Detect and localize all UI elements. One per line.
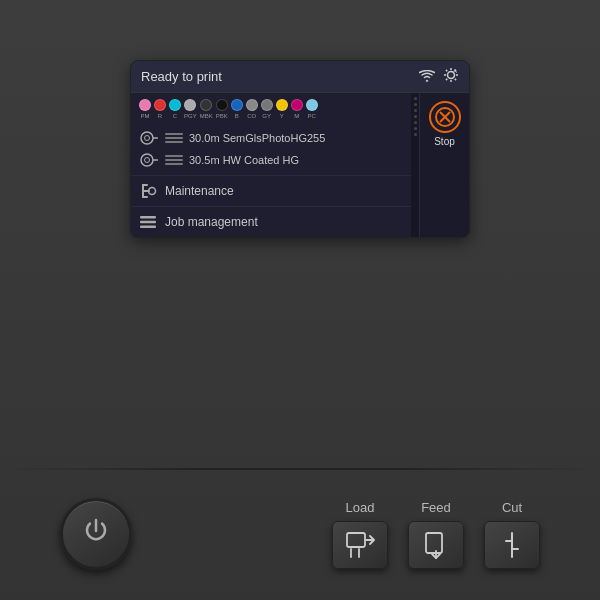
action-buttons: Load Feed [332,500,540,569]
feed-group: Feed [408,500,464,569]
ink-row: PM R C PGY MBK PBK B CO GY Y [131,93,411,123]
wifi-icon [419,69,435,85]
ink-circle [231,99,243,111]
cut-button[interactable] [484,521,540,569]
paper-line [165,159,183,161]
menu-items-container: Maintenance Job management [131,175,411,237]
ink-item-m: M [291,99,303,119]
ink-label: PGY [184,113,197,119]
ink-item-co: CO [246,99,258,119]
cut-label: Cut [502,500,522,515]
scroll-dot [414,103,417,106]
paper-line [165,141,183,143]
svg-rect-22 [140,221,156,224]
paper-roll-row-0: 30.0m SemGlsPhotoHG255 [139,127,403,149]
ink-circle [139,99,151,111]
ink-label: M [294,113,299,119]
screen-content: PM R C PGY MBK PBK B CO GY Y [131,93,411,237]
ink-item-y: Y [276,99,288,119]
screen-header: Ready to print [131,61,469,93]
screen-main: PM R C PGY MBK PBK B CO GY Y [131,93,469,237]
ink-label: PBK [216,113,228,119]
ink-circle [216,99,228,111]
paper-line [165,137,183,139]
ink-circle [276,99,288,111]
svg-rect-27 [347,533,365,547]
ink-label: Y [280,113,284,119]
paper-lines [165,155,183,165]
svg-point-11 [145,136,150,141]
ink-item-pc: PC [306,99,318,119]
ink-circle [246,99,258,111]
feed-label: Feed [421,500,451,515]
svg-point-13 [141,154,153,166]
svg-line-8 [446,79,447,80]
scroll-dot [414,133,417,136]
controls-area: Load Feed [0,498,600,570]
ink-item-r: R [154,99,166,119]
paper-line [165,155,183,157]
brightness-icon: A [443,67,459,86]
ink-label: PC [308,113,316,119]
ink-label: C [173,113,177,119]
stop-circle-icon [429,101,461,133]
paper-line [165,133,183,135]
svg-line-6 [455,79,456,80]
menu-item-job-management[interactable]: Job management [131,206,411,237]
feed-button[interactable] [408,521,464,569]
ink-circle [154,99,166,111]
scroll-dot [414,121,417,124]
ink-circle [306,99,318,111]
load-group: Load [332,500,388,569]
paper-amount: 30.5m HW Coated HG [189,154,299,166]
load-label: Load [346,500,375,515]
cut-group: Cut [484,500,540,569]
screen-icons: A [419,67,459,86]
svg-line-5 [446,70,447,71]
paper-lines [165,133,183,143]
ink-item-gy: GY [261,99,273,119]
scroll-dot [414,97,417,100]
paper-amount: 30.0m SemGlsPhotoHG255 [189,132,325,144]
ink-item-pgy: PGY [184,99,197,119]
ink-label: MBK [200,113,213,119]
svg-text:A: A [453,68,457,74]
ink-circle [291,99,303,111]
screen-scrollbar [411,93,419,237]
stop-button[interactable]: Stop [429,101,461,147]
paper-rows: 30.0m SemGlsPhotoHG255 30.5m HW Coated H… [131,123,411,175]
ink-item-mbk: MBK [200,99,213,119]
svg-rect-31 [426,533,442,553]
ink-circle [261,99,273,111]
ink-circle [184,99,196,111]
svg-point-10 [141,132,153,144]
ink-item-pbk: PBK [216,99,228,119]
roll-icon [139,152,159,168]
ink-item-b: B [231,99,243,119]
menu-item-label: Job management [165,215,258,229]
printer-body: Ready to print [0,0,600,600]
roll-icon [139,130,159,146]
svg-point-14 [145,158,150,163]
controls-divider [0,468,600,470]
ink-circle [200,99,212,111]
scroll-dot [414,109,417,112]
screen-title: Ready to print [141,69,222,84]
stop-label: Stop [434,136,455,147]
ink-label: B [235,113,239,119]
power-button[interactable] [60,498,132,570]
ink-label: PM [141,113,150,119]
ink-circle [169,99,181,111]
ink-item-pm: PM [139,99,151,119]
menu-item-maintenance[interactable]: Maintenance [131,175,411,206]
load-button[interactable] [332,521,388,569]
svg-rect-21 [140,216,156,219]
stop-panel: Stop [419,93,469,237]
maintenance-icon [139,183,157,199]
scroll-dot [414,127,417,130]
ink-label: CO [247,113,256,119]
svg-rect-23 [140,226,156,229]
power-icon [81,516,111,553]
scroll-dot [414,115,417,118]
ink-label: R [158,113,162,119]
